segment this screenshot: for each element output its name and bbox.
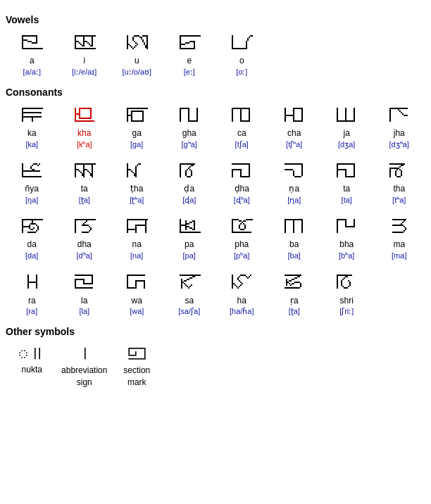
cons-ja: ꡆ ja [dʒa] [320,102,373,152]
cons-kha: ꡁ kha [kʰa] [58,102,111,152]
consonants-row-2: ꡈ ñya [ŋa] ꡉ ta [ʈa] ꡊ ṭha [ʈʰa] ꡋ ḍa [6,158,425,208]
cons-na: ꡒ na [na] [111,213,163,263]
cons-ka: ꡀ ka [ka] [6,102,58,152]
vowels-title: Vowels [6,14,425,25]
cons-ta-retro: ꡉ ta [ʈa] [58,158,111,208]
vowels-section: Vowels ꡢ a [a/aː] ꡣ i [iː/e/aɪ] ꡤ u [uː/… [6,14,425,80]
consonants-row-4: ꡘ ra [ra] ꡙ la [la] ꡚ wa [wa] ꡛ sa [ [6,269,425,319]
vowel-e: ꡥ e [eː] [163,30,216,80]
cons-ra: ꡘ ra [ra] [6,269,58,319]
cons-shri: ꡞ shri [ʃriː] [320,269,373,319]
other-symbols-title: Other symbols [6,326,425,337]
cons-da-retro: ꡋ ḍa [ɖa] [163,158,216,208]
vowel-a: ꡢ a [a/aː] [6,30,58,80]
cons-tha: ꡏ tha [tʰa] [373,158,426,208]
cons-bha: ꡖ bha [bʰa] [320,213,373,263]
consonants-section: Consonants ꡀ ka [ka] ꡁ kha [kʰa] ꡂ ga [g… [6,87,425,319]
vowels-table: ꡢ a [a/aː] ꡣ i [iː/e/aɪ] ꡤ u [uː/o/aʊ] ꡥ… [6,30,425,80]
cons-ta: ꡎ ta [ta] [320,158,373,208]
cons-nya: ꡈ ñya [ŋa] [6,158,58,208]
cons-ga: ꡂ ga [ga] [111,102,163,152]
cons-rra: ꡝ ṛa [ʈa] [268,269,321,319]
cons-jha: ꡇ jha [dʒʰa] [373,102,426,152]
consonants-row-3: ꡐ da [da] ꡑ dha [dʰa] ꡒ na [na] ꡓ pa [6,213,425,263]
vowel-o: ꡦ o [oː] [216,30,268,80]
cons-gha: ꡃ gha [gʰa] [163,102,216,152]
cons-ma: ꡗ ma [ma] [373,213,426,263]
cons-ca: ꡄ ca [tʃa] [216,102,268,152]
consonants-row-1: ꡀ ka [ka] ꡁ kha [kʰa] ꡂ ga [ga] ꡃ gha [6,102,425,152]
cons-cha: ꡅ cha [tʃʰa] [268,102,321,152]
cons-pa: ꡓ pa [pa] [163,213,216,263]
vowel-i: ꡣ i [iː/e/aɪ] [58,30,111,80]
cons-da: ꡐ da [da] [6,213,58,263]
cons-ha: ꡜ ha [ha/ɦa] [216,269,268,319]
consonants-title: Consonants [6,87,425,98]
other-symbols-table: ◌꡷ nukta ꡶ abbreviationsign ꡴ sectionmar… [6,341,425,388]
cons-sa: ꡛ sa [sa/ʃa] [163,269,216,319]
other-symbols-section: Other symbols ◌꡷ nukta ꡶ abbreviationsig… [6,326,425,388]
consonants-table: ꡀ ka [ka] ꡁ kha [kʰa] ꡂ ga [ga] ꡃ gha [6,102,425,319]
vowels-script-row: ꡢ a [a/aː] ꡣ i [iː/e/aɪ] ꡤ u [uː/o/aʊ] ꡥ… [6,30,425,80]
cons-dha: ꡑ dha [dʰa] [58,213,111,263]
cons-wa: ꡚ wa [wa] [111,269,163,319]
vowel-u: ꡤ u [uː/o/aʊ] [111,30,163,80]
other-symbols-row: ◌꡷ nukta ꡶ abbreviationsign ꡴ sectionmar… [6,341,425,388]
symbol-section: ꡴ sectionmark [111,341,163,388]
cons-tha-retro: ꡊ ṭha [ʈʰa] [111,158,163,208]
cons-pha: ꡔ pha [pʰa] [216,213,268,263]
symbol-nukta: ◌꡷ nukta [6,341,58,388]
cons-na-retro: ꡍ ṇa [ɳa] [268,158,321,208]
cons-ba: ꡕ ba [ba] [268,213,321,263]
symbol-abbreviation: ꡶ abbreviationsign [58,341,111,388]
cons-dha-retro: ꡌ ḍha [ɖʰa] [216,158,268,208]
cons-la: ꡙ la [la] [58,269,111,319]
